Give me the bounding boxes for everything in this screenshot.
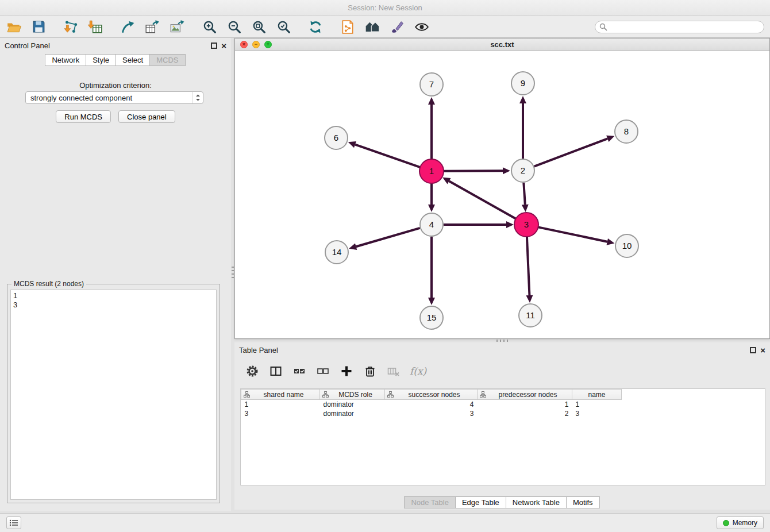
import-network-button[interactable]	[60, 18, 81, 36]
float-panel-icon[interactable]	[211, 43, 217, 49]
graph-node-11[interactable]: 11	[519, 304, 542, 327]
table-settings-button[interactable]	[245, 364, 260, 379]
graph-edge-4-3[interactable]	[444, 221, 514, 228]
zoom-in-button[interactable]	[199, 18, 220, 36]
svg-text:1: 1	[429, 166, 434, 176]
tab-style[interactable]: Style	[86, 54, 116, 66]
select-all-icon	[293, 365, 306, 377]
column-header-successor-nodes[interactable]: successor nodes	[385, 390, 478, 400]
select-all-button[interactable]	[292, 364, 307, 379]
graph-edge-4-14[interactable]	[349, 228, 420, 250]
run-mcds-button[interactable]: Run MCDS	[56, 110, 111, 123]
zoom-fit-button[interactable]	[248, 18, 269, 36]
toolbar-search	[595, 21, 764, 33]
graph-node-8[interactable]: 8	[615, 120, 638, 143]
column-header-mcds-role[interactable]: MCDS role	[320, 390, 385, 400]
tab-node-table[interactable]: Node Table	[404, 496, 456, 508]
graph-edge-1-2[interactable]	[444, 167, 510, 174]
zoom-out-button[interactable]	[224, 18, 244, 36]
import-table-button[interactable]	[85, 18, 106, 36]
show-panels-button[interactable]	[6, 516, 21, 529]
export-network-button[interactable]	[117, 18, 138, 36]
memory-button[interactable]: Memory	[717, 516, 764, 529]
edge-arrowhead	[519, 96, 526, 103]
float-table-panel-icon[interactable]	[750, 347, 756, 353]
control-panel-title: Control Panel	[5, 41, 50, 50]
graph-node-1[interactable]: 1	[419, 159, 444, 183]
mcds-result-list[interactable]: 1 3	[10, 290, 217, 500]
graph-edge-2-9[interactable]	[519, 96, 526, 159]
delete-row-button[interactable]	[363, 364, 378, 379]
status-bar: Memory	[0, 513, 770, 532]
control-panel: Control Panel × Network Style Select MCD…	[0, 38, 231, 511]
tab-mcds[interactable]: MCDS	[149, 54, 185, 66]
open-file-button[interactable]	[3, 18, 24, 36]
table-panel-header: Table Panel ×	[234, 342, 770, 357]
graph-edge-1-6[interactable]	[348, 141, 420, 167]
graph-node-3[interactable]: 3	[514, 213, 538, 237]
tab-select[interactable]: Select	[116, 54, 150, 66]
split-panel-button[interactable]	[268, 364, 283, 379]
attribute-icon	[322, 391, 329, 398]
graph-node-15[interactable]: 15	[420, 306, 443, 329]
graph-edge-3-1[interactable]	[442, 178, 516, 219]
criterion-dropdown-value: strongly connected component	[30, 94, 132, 102]
close-table-panel-icon[interactable]: ×	[760, 347, 765, 353]
gear-icon	[246, 365, 259, 377]
graph-edge-1-7[interactable]	[428, 97, 435, 159]
tab-motifs[interactable]: Motifs	[566, 496, 600, 508]
save-session-button[interactable]	[28, 18, 49, 36]
mcds-result-value: 1	[13, 291, 214, 300]
network-canvas[interactable]: 7968124314101511	[235, 51, 769, 338]
memory-status-icon	[723, 520, 729, 526]
column-header-shared-name[interactable]: shared name	[241, 390, 320, 400]
graph-node-10[interactable]: 10	[615, 234, 638, 257]
add-row-button[interactable]	[339, 364, 354, 379]
network-canvas-svg[interactable]: 7968124314101511	[235, 51, 769, 338]
column-header-name[interactable]: name	[572, 390, 622, 400]
graph-node-9[interactable]: 9	[511, 72, 534, 95]
node-table: shared name MCDS r	[240, 388, 765, 485]
graph-node-2[interactable]: 2	[511, 159, 534, 182]
svg-text:15: 15	[427, 313, 437, 322]
graph-node-14[interactable]: 14	[325, 241, 348, 264]
refresh-icon	[308, 20, 323, 34]
edge-arrowhead	[348, 141, 356, 148]
refresh-view-button[interactable]	[305, 18, 326, 36]
graph-edge-3-10[interactable]	[538, 227, 615, 245]
close-panel-button[interactable]: Close panel	[118, 110, 175, 123]
mcds-result-title: MCDS result (2 nodes)	[11, 280, 86, 288]
column-header-predecessor-nodes[interactable]: predecessor nodes	[478, 390, 572, 400]
graph-edge-4-15[interactable]	[428, 237, 435, 305]
tab-edge-table[interactable]: Edge Table	[455, 496, 506, 508]
table-panel-title: Table Panel	[239, 346, 278, 354]
network-overview-button[interactable]	[362, 18, 383, 36]
tab-network[interactable]: Network	[45, 54, 86, 66]
export-image-button[interactable]	[167, 18, 187, 36]
zoom-fit-icon	[252, 20, 266, 34]
show-hide-button[interactable]	[411, 18, 432, 36]
graph-edge-1-4[interactable]	[428, 183, 435, 212]
edge-arrowhead	[522, 205, 529, 212]
search-input[interactable]	[595, 21, 764, 33]
graph-edge-2-8[interactable]	[534, 136, 615, 167]
table-panel-tabs: Node Table Edge Table Network Table Moti…	[234, 496, 770, 508]
graph-edge-3-11[interactable]	[526, 237, 533, 303]
svg-text:2: 2	[521, 165, 525, 175]
criterion-dropdown[interactable]: strongly connected component	[25, 91, 203, 104]
graph-node-7[interactable]: 7	[420, 73, 443, 96]
table-header-row: shared name MCDS r	[241, 390, 622, 400]
deselect-all-button[interactable]	[315, 364, 330, 379]
new-network-file-button[interactable]	[337, 18, 358, 36]
dropdown-stepper-icon	[192, 92, 203, 103]
zoom-selected-button[interactable]	[273, 18, 294, 36]
table-row[interactable]: 3 dominator 3 2 3	[241, 409, 622, 418]
export-table-button[interactable]	[142, 18, 163, 36]
graph-edge-2-3[interactable]	[522, 183, 529, 212]
apply-style-button[interactable]	[387, 18, 407, 36]
tab-network-table[interactable]: Network Table	[506, 496, 567, 508]
graph-node-4[interactable]: 4	[420, 213, 443, 236]
graph-node-6[interactable]: 6	[325, 126, 348, 149]
table-row[interactable]: 1 dominator 4 1 1	[241, 400, 622, 409]
close-panel-icon[interactable]: ×	[221, 43, 226, 49]
